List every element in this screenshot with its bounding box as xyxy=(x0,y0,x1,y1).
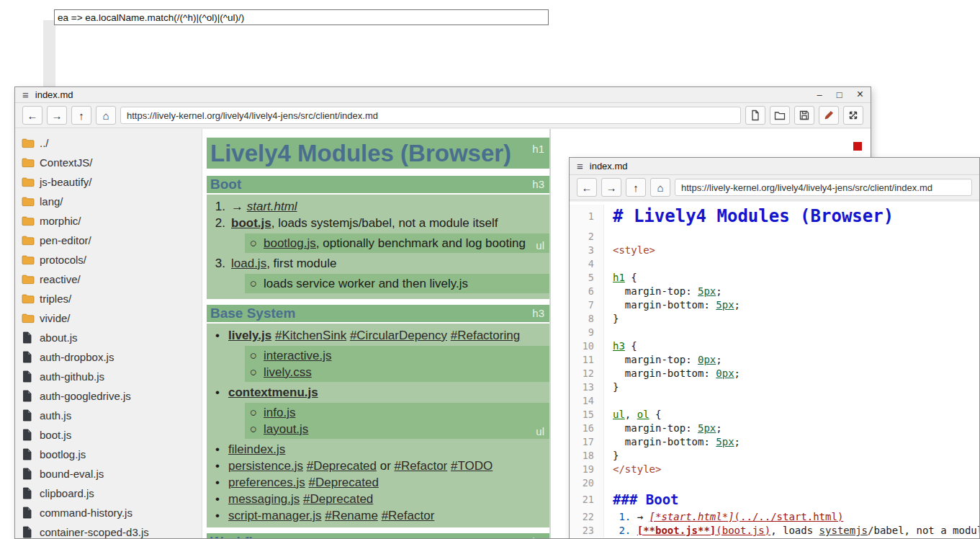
link-boot-js[interactable]: boot.js xyxy=(231,216,271,230)
home-button[interactable]: ⌂ xyxy=(96,106,116,125)
up-button[interactable]: ↑ xyxy=(626,178,646,197)
file-icon xyxy=(22,526,35,538)
file-list-item[interactable]: morphic/ xyxy=(15,211,202,231)
code-line: 6 margin-top: 5px; xyxy=(570,285,979,298)
list-item: ○ layout.js xyxy=(245,421,549,437)
folder-icon xyxy=(22,254,35,265)
link-bootlog-js[interactable]: bootlog.js xyxy=(264,236,316,250)
link-tag-refactoring[interactable]: #Refactoring xyxy=(451,329,520,342)
folder-icon xyxy=(774,110,786,121)
link-tag-refactor[interactable]: #Refactor xyxy=(382,509,435,522)
link-persistence-js[interactable]: persistence.js xyxy=(228,459,303,473)
file-list-item[interactable]: bootlog.js xyxy=(15,445,202,464)
file-list-item[interactable]: ContextJS/ xyxy=(15,153,202,172)
file-list-item-label: bootlog.js xyxy=(40,448,86,460)
code-line: 7 margin-bottom: 5px; xyxy=(570,298,979,312)
link-info-js[interactable]: info.js xyxy=(264,406,295,419)
file-list-item[interactable]: auth-dropbox.js xyxy=(15,347,202,367)
link-tag-circulardepency[interactable]: #CircularDepency xyxy=(350,329,447,342)
link-script-manager-js[interactable]: script-manager.js xyxy=(228,509,321,522)
file-list-item[interactable]: auth-googledrive.js xyxy=(15,386,202,406)
fullscreen-button[interactable] xyxy=(843,106,863,125)
window-menu-icon[interactable]: ≡ xyxy=(577,161,583,172)
file-list-item[interactable]: auth.js xyxy=(15,406,202,425)
pen-icon xyxy=(823,110,835,121)
forward-button[interactable]: → xyxy=(47,106,67,125)
link-lively-js[interactable]: lively.js xyxy=(228,329,271,342)
element-filter-input[interactable] xyxy=(54,9,549,25)
minimize-button[interactable]: – xyxy=(817,89,822,100)
file-list-item[interactable]: protocols/ xyxy=(15,250,202,270)
close-button[interactable]: × xyxy=(857,89,863,100)
file-list-item[interactable]: container-scoped-d3.js xyxy=(15,522,202,538)
content-scrollbar[interactable] xyxy=(549,129,551,538)
link-tag-deprecated[interactable]: #Deprecated xyxy=(309,476,379,489)
link-tag-todo[interactable]: #TODO xyxy=(451,459,493,473)
code-line: 9 xyxy=(570,326,979,339)
connector-strip xyxy=(43,20,55,87)
link-tag-deprecated[interactable]: #Deprecated xyxy=(303,492,373,506)
line-number: 12 xyxy=(570,367,604,380)
file-list-item[interactable]: pen-editor/ xyxy=(15,231,202,250)
link-contextmenu-js[interactable]: contextmenu.js xyxy=(228,386,318,399)
file-list-item[interactable]: clipboard.js xyxy=(15,484,202,503)
file-list-item-label: bound-eval.js xyxy=(40,468,104,480)
tag-label-h1: h1 xyxy=(532,143,544,155)
file-list-item-label: ContextJS/ xyxy=(40,156,92,169)
up-button[interactable]: ↑ xyxy=(71,106,91,125)
link-lively-css[interactable]: lively.css xyxy=(264,365,312,379)
list-item: 1. → start.html xyxy=(207,198,549,215)
code-line: 15ul, ol { xyxy=(570,408,979,422)
line-number: 9 xyxy=(570,326,604,339)
link-messaging-js[interactable]: messaging.js xyxy=(228,492,300,506)
link-tag-deprecated[interactable]: #Deprecated xyxy=(307,459,377,473)
file-list-item[interactable]: about.js xyxy=(15,328,202,347)
new-file-button[interactable] xyxy=(745,106,765,125)
line-number: 20 xyxy=(570,476,604,490)
maximize-button[interactable]: □ xyxy=(837,89,842,100)
home-button[interactable]: ⌂ xyxy=(650,178,670,197)
save-button[interactable] xyxy=(794,106,814,125)
file-list: ../ ContextJS/ xyxy=(15,129,202,538)
url-input[interactable] xyxy=(120,107,741,124)
open-folder-button[interactable] xyxy=(770,106,790,125)
list-item: ○ interactive.js xyxy=(245,347,549,364)
link-tag-kitchensink[interactable]: #KitchenSink xyxy=(275,329,346,342)
link-interactive-js[interactable]: interactive.js xyxy=(264,349,331,362)
file-list-item[interactable]: command-history.js xyxy=(15,503,202,522)
list-item: • contextmenu.js xyxy=(207,384,549,401)
file-list-item-label: vivide/ xyxy=(40,312,71,324)
link-fileindex-js[interactable]: fileindex.js xyxy=(228,442,285,456)
window-menu-icon[interactable]: ≡ xyxy=(22,89,29,100)
file-list-item[interactable]: lang/ xyxy=(15,192,202,211)
folder-icon xyxy=(22,157,35,168)
link-preferences-js[interactable]: preferences.js xyxy=(228,476,305,489)
code-editor[interactable]: 1# Lively4 Modules (Browser)23<style>45h… xyxy=(570,202,979,538)
nested-list: ○ interactive.js ○ lively.css xyxy=(245,346,549,382)
link-layout-js[interactable]: layout.js xyxy=(264,422,308,436)
file-list-item[interactable]: auth-github.js xyxy=(15,367,202,386)
back-button[interactable]: ← xyxy=(577,178,597,197)
file-list-item-label: about.js xyxy=(40,331,78,344)
edit-button[interactable] xyxy=(819,106,839,125)
file-list-item[interactable]: vivide/ xyxy=(15,308,202,328)
window-titlebar[interactable]: ≡ index.md xyxy=(570,158,979,175)
file-list-item[interactable]: boot.js xyxy=(15,425,202,445)
folder-icon xyxy=(22,274,35,285)
link-tag-rename[interactable]: #Rename xyxy=(325,509,378,522)
file-list-item[interactable]: ../ xyxy=(15,133,202,153)
folder-icon xyxy=(22,293,35,304)
link-start-html[interactable]: start.html xyxy=(247,200,297,213)
link-tag-refactor[interactable]: #Refactor xyxy=(395,459,448,473)
file-list-item-label: clipboard.js xyxy=(40,487,94,499)
link-load-js[interactable]: load.js xyxy=(231,257,266,270)
file-list-item[interactable]: js-beautify/ xyxy=(15,172,202,192)
file-icon xyxy=(22,390,35,402)
forward-button[interactable]: → xyxy=(601,178,621,197)
back-button[interactable]: ← xyxy=(22,106,42,125)
url-input[interactable] xyxy=(675,179,972,196)
file-list-item[interactable]: bound-eval.js xyxy=(15,464,202,484)
window-titlebar[interactable]: ≡ index.md – □ × xyxy=(15,87,871,103)
file-list-item[interactable]: reactive/ xyxy=(15,270,202,289)
file-list-item[interactable]: triples/ xyxy=(15,289,202,308)
